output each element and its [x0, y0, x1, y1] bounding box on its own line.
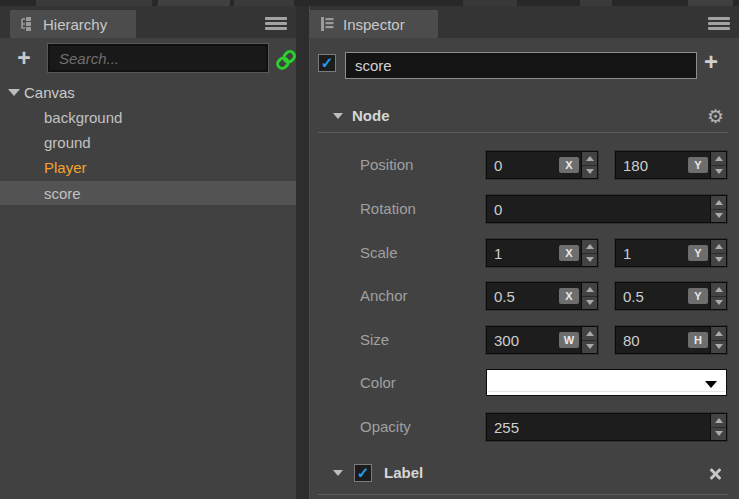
step-up-button[interactable] [711, 152, 726, 166]
step-up-button[interactable] [582, 152, 597, 166]
close-icon[interactable] [707, 466, 723, 482]
hierarchy-menu-icon[interactable] [265, 17, 287, 30]
search-input[interactable] [48, 44, 268, 72]
scale-x-value[interactable]: 1 [487, 245, 559, 262]
gear-icon[interactable]: ⚙ [707, 105, 724, 129]
color-label: Color [360, 369, 396, 397]
step-up-button[interactable] [711, 414, 726, 428]
rotation-field[interactable]: 0 [486, 195, 727, 223]
step-up-button[interactable] [711, 240, 726, 254]
height-badge: H [688, 332, 708, 348]
tree-item-canvas[interactable]: Canvas [0, 80, 296, 105]
tree-item-label: background [0, 109, 122, 126]
inspector-panel: Inspector ✓ + Node ⚙ Position 0 X [310, 6, 739, 499]
size-w-value[interactable]: 300 [487, 332, 559, 349]
inspector-icon [319, 16, 335, 32]
tree-item-label: ground [0, 134, 91, 151]
section-divider [318, 494, 728, 495]
tab-hierarchy-label: Hierarchy [43, 16, 107, 33]
tree-item-ground[interactable]: ground [0, 130, 296, 155]
step-up-button[interactable] [711, 327, 726, 341]
step-down-button[interactable] [582, 341, 597, 354]
inspector-menu-icon[interactable] [708, 17, 730, 30]
tree-item-label: score [0, 185, 81, 202]
anchor-x-value[interactable]: 0.5 [487, 288, 559, 305]
stepper [710, 152, 726, 178]
editor-root: Hierarchy + Canvas background ground Pla… [0, 0, 739, 499]
anchor-y-value[interactable]: 0.5 [616, 288, 688, 305]
tree-item-background[interactable]: background [0, 105, 296, 130]
scale-x-field[interactable]: 1 X [486, 239, 598, 267]
dropdown-caret-icon [705, 381, 717, 388]
step-down-button[interactable] [582, 297, 597, 310]
position-row: Position 0 X 180 Y [310, 151, 739, 179]
hierarchy-icon [19, 16, 35, 32]
opacity-value[interactable]: 255 [487, 419, 710, 436]
anchor-y-field[interactable]: 0.5 Y [615, 282, 727, 310]
position-y-field[interactable]: 180 Y [615, 151, 727, 179]
stepper [710, 414, 726, 440]
rotation-row: Rotation 0 [310, 195, 739, 223]
width-badge: W [559, 332, 579, 348]
size-row: Size 300 W 80 H [310, 326, 739, 354]
node-section-title: Node [352, 107, 390, 124]
stepper [710, 327, 726, 353]
stepper [581, 152, 597, 178]
inspector-tab-bar: Inspector [310, 6, 739, 38]
add-component-button[interactable]: + [699, 50, 723, 74]
chevron-down-icon[interactable] [333, 113, 343, 119]
position-x-field[interactable]: 0 X [486, 151, 598, 179]
step-down-button[interactable] [582, 254, 597, 267]
rotation-value[interactable]: 0 [487, 201, 710, 218]
tab-hierarchy[interactable]: Hierarchy [10, 10, 136, 38]
opacity-row: Opacity 255 [310, 413, 739, 441]
step-up-button[interactable] [582, 240, 597, 254]
node-name-input[interactable] [345, 52, 697, 79]
position-label: Position [360, 151, 413, 179]
step-down-button[interactable] [582, 166, 597, 179]
hierarchy-panel: Hierarchy + Canvas background ground Pla… [0, 6, 296, 499]
tree-item-score[interactable]: score [0, 181, 296, 205]
x-axis-badge: X [559, 288, 579, 304]
tab-inspector-label: Inspector [343, 16, 405, 33]
chevron-down-icon[interactable] [8, 89, 20, 96]
node-section-header[interactable]: Node ⚙ [310, 105, 739, 129]
stepper [710, 240, 726, 266]
tab-inspector[interactable]: Inspector [310, 10, 438, 38]
color-swatch[interactable] [486, 369, 727, 396]
y-axis-badge: Y [688, 157, 708, 173]
step-down-button[interactable] [711, 210, 726, 223]
chevron-down-icon[interactable] [333, 470, 343, 476]
scale-y-field[interactable]: 1 Y [615, 239, 727, 267]
step-down-button[interactable] [711, 428, 726, 441]
size-label: Size [360, 326, 389, 354]
stepper [710, 196, 726, 222]
stepper [581, 283, 597, 309]
anchor-x-field[interactable]: 0.5 X [486, 282, 598, 310]
position-y-value[interactable]: 180 [616, 157, 688, 174]
scale-y-value[interactable]: 1 [616, 245, 688, 262]
size-h-value[interactable]: 80 [616, 332, 688, 349]
step-down-button[interactable] [711, 297, 726, 310]
step-down-button[interactable] [711, 166, 726, 179]
position-x-value[interactable]: 0 [487, 157, 559, 174]
panel-divider[interactable] [296, 6, 310, 499]
size-w-field[interactable]: 300 W [486, 326, 598, 354]
step-up-button[interactable] [582, 283, 597, 297]
color-row: Color [310, 369, 739, 397]
stepper [710, 283, 726, 309]
anchor-row: Anchor 0.5 X 0.5 Y [310, 282, 739, 310]
tree-item-player[interactable]: Player [0, 155, 296, 180]
step-up-button[interactable] [711, 283, 726, 297]
label-enabled-checkbox[interactable]: ✓ [354, 464, 372, 482]
label-section-header[interactable]: ✓ Label [310, 462, 739, 486]
step-up-button[interactable] [582, 327, 597, 341]
size-h-field[interactable]: 80 H [615, 326, 727, 354]
opacity-field[interactable]: 255 [486, 413, 727, 441]
node-active-checkbox[interactable]: ✓ [318, 54, 336, 72]
step-down-button[interactable] [711, 341, 726, 354]
scale-row: Scale 1 X 1 Y [310, 239, 739, 267]
step-up-button[interactable] [711, 196, 726, 210]
step-down-button[interactable] [711, 254, 726, 267]
add-node-button[interactable]: + [12, 46, 36, 70]
